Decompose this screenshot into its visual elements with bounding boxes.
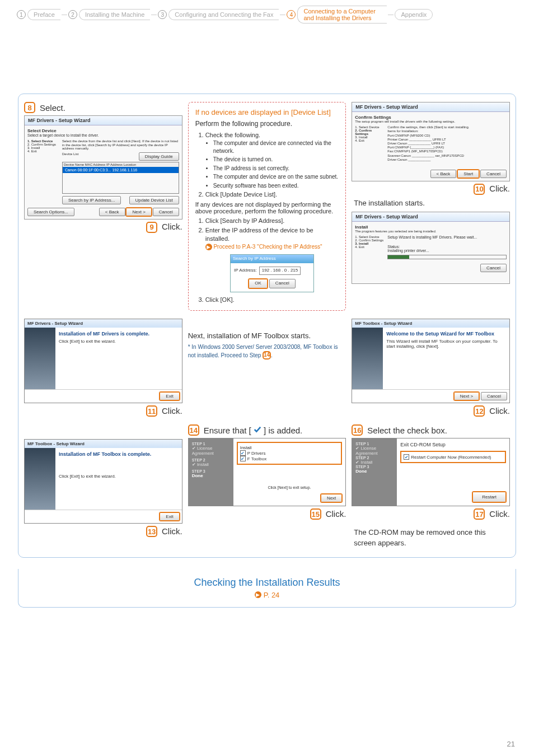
crumb-configuring-fax[interactable]: 3 Configuring and Connecting the Fax: [158, 9, 279, 20]
instr: Select the device from the device list a…: [62, 139, 179, 151]
left-item: 2. Confirm Settings: [355, 129, 385, 136]
install-done-dialog: STEP 1 ✔ License Agreement STEP 2 ✔ Inst…: [188, 438, 346, 506]
left-steps: 1. Select Device 2. Confirm Settings 3. …: [27, 139, 60, 204]
step-9-badge: 9: [146, 222, 157, 233]
ip-label: IP Address:: [234, 268, 257, 274]
install-checklist: Install ✔P Drivers ✔F Toolbox: [237, 442, 343, 465]
select-device-dialog: MF Drivers - Setup Wizard Select Device …: [24, 115, 182, 220]
col-ensure: 14 Ensure that [ ] is added. STEP 1 ✔ Li…: [188, 424, 346, 520]
start-button[interactable]: Start: [457, 170, 479, 178]
back-button[interactable]: < Back: [99, 208, 125, 216]
toolbox-welcome-dialog: MF Toolbox - Setup Wizard Welcome to the…: [352, 319, 510, 403]
check-icon: [254, 426, 261, 433]
page-number: 21: [507, 740, 515, 748]
search-by-ip-button[interactable]: Search by IP Address...: [62, 196, 121, 204]
dialog-sub: The setup program will install the drive…: [355, 120, 507, 123]
cancel-button[interactable]: Cancel: [481, 392, 507, 400]
proceed-link[interactable]: ▶ Proceed to P.A-3 "Checking the IP Addr…: [205, 244, 322, 250]
left-steps: 1. Select Device 2. Confirm Settings 3. …: [355, 125, 385, 162]
no-devices-callout: If no devices are displayed in [Device L…: [188, 102, 346, 311]
restart-button[interactable]: Restart: [472, 492, 506, 502]
crumb-label: Installing the Machine: [79, 9, 150, 20]
drivers-complete-dialog: MF Drivers - Setup Wizard Installation o…: [24, 319, 182, 403]
col-midnote: Next, installation of MF Toolbox starts.…: [188, 319, 346, 359]
crumb-num: 3: [158, 10, 167, 19]
cancel-button[interactable]: Cancel: [480, 170, 507, 178]
progress-bar: [387, 255, 507, 259]
crumb-num: 1: [17, 10, 26, 19]
exit-button[interactable]: Exit: [160, 392, 179, 400]
back-button[interactable]: < Back: [430, 170, 457, 178]
display-guide-button[interactable]: Display Guide: [139, 152, 179, 161]
step-15-text: Click.: [326, 509, 346, 519]
device-row-selected[interactable]: Canon 08:00:1F:00:C3:3... 192.168.1.116: [63, 167, 179, 173]
confirm-line: Printer:Canon ____________ UFRII LT: [387, 138, 507, 142]
step-8-text: Select.: [40, 103, 65, 113]
exit-heading: Exit CD-ROM Setup: [400, 442, 506, 447]
cancel-button[interactable]: Cancel: [480, 264, 507, 272]
dialog-heading: Confirm Settings: [355, 115, 507, 120]
status-text: Installing printer driver...: [387, 249, 507, 253]
confirm-line: Fax:CNMFNP1 (MF_MNP170SPCD): [387, 150, 507, 153]
midnote-title: Next, installation of MF Toolbox starts.: [188, 332, 311, 340]
crumb-connecting-computer[interactable]: 4 Connecting to a Computer and Installin…: [287, 6, 387, 24]
bottom-link-card[interactable]: Checking the Installation Results ▶ P. 2…: [18, 569, 516, 608]
side-item: STEP 3: [355, 465, 394, 469]
step-11-badge: 11: [146, 405, 157, 417]
step-14-text: Ensure that [ ] is added.: [204, 426, 303, 435]
callout-step1-text: Check the following.: [205, 132, 260, 138]
ip-dialog: Search by IP Address IP Address: 192 . 1…: [230, 254, 314, 292]
callout-mid: If any devices are not displayed by perf…: [195, 201, 339, 214]
exit-button[interactable]: Exit: [160, 512, 179, 521]
midnote-body: * In Windows 2000 Server/ Server 2003/20…: [188, 343, 346, 360]
next-button[interactable]: Next >: [454, 392, 479, 400]
check-item: The IP address is set correctly.: [213, 165, 339, 172]
crumb-installing-machine[interactable]: 2 Installing the Machine: [68, 9, 150, 20]
update-device-list-button[interactable]: Update Device List: [129, 196, 179, 204]
dialog-title: MF Drivers - Setup Wizard: [352, 212, 509, 222]
dialog-heading: Select Device: [27, 128, 179, 133]
install-progress-dialog: MF Drivers - Setup Wizard Install The pr…: [352, 212, 510, 284]
sep: [62, 15, 67, 15]
cancel-button[interactable]: Cancel: [153, 208, 179, 216]
callout-step1: Check the following. The computer and de…: [205, 131, 339, 189]
side-item: ✔ License Agreement: [192, 446, 230, 456]
side-step3: STEP 3: [192, 469, 230, 473]
step-16-text: Select the check box.: [367, 426, 447, 435]
step-15-badge: 15: [310, 508, 321, 520]
next-button[interactable]: Next >: [126, 208, 151, 216]
crumb-num: 4: [287, 10, 296, 19]
install-msg: Setup Wizard is installing MF Drivers. P…: [387, 235, 507, 239]
crumb-preface[interactable]: 1 Preface: [17, 9, 60, 20]
bottom-title: Checking the Installation Results: [26, 577, 508, 589]
confirm-line: Driver:Canon ____________: [387, 158, 507, 162]
left-item: 4. Exit: [27, 150, 60, 153]
dialog-title: MF Toolbox - Setup Wizard: [25, 440, 182, 448]
confirm-line: Port:CNMFNP (____________) (FAX): [387, 146, 507, 150]
ip-ok-button[interactable]: OK: [249, 279, 268, 288]
check-item: The device is turned on.: [213, 156, 339, 164]
side-item: ✔ Install: [355, 460, 394, 465]
dialog-title: MF Drivers - Setup Wizard: [25, 319, 182, 328]
callout-title: If no devices are displayed in [Device L…: [195, 108, 339, 116]
col-toolbox-welcome: MF Toolbox - Setup Wizard Welcome to the…: [352, 319, 510, 417]
dialog-sub: Select a target device to install the dr…: [27, 133, 179, 137]
hint: Click [Next] to exit setup.: [237, 486, 343, 489]
step-12-text: Click.: [489, 406, 510, 416]
next-button[interactable]: Next: [321, 494, 342, 502]
search-options-button[interactable]: Search Options...: [27, 208, 74, 216]
callout-step5: Click [OK].: [205, 296, 339, 304]
installer-sidebar: STEP 1 ✔ License Agreement STEP 2 ✔ Inst…: [352, 438, 397, 506]
bottom-link[interactable]: ▶ P. 24: [255, 591, 280, 599]
wizard-graphic: [25, 328, 55, 389]
restart-checkbox-row[interactable]: ✔Restart Computer Now (Recommended): [400, 451, 506, 463]
list-label: Device List: [62, 152, 78, 161]
ip-cancel-button[interactable]: Cancel: [269, 279, 296, 288]
ip-field[interactable]: 192 . 168 . 0 . 215: [259, 267, 301, 275]
side-item: STEP 2: [355, 456, 394, 460]
dialog-sub: The program features you selected are be…: [355, 230, 507, 233]
check-row: ✔F Toolbox: [240, 456, 339, 461]
items-label: Install: [240, 445, 339, 450]
install-starts-note: The installation starts.: [352, 195, 510, 212]
crumb-appendix[interactable]: Appendix: [395, 9, 433, 20]
